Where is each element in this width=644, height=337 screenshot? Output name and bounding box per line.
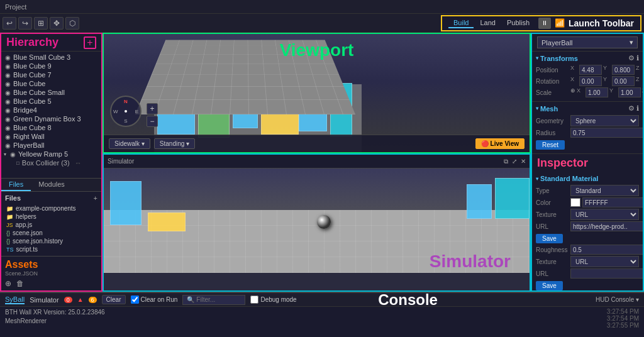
inspector-header: PlayerBall ▾: [532, 34, 643, 52]
simulator-title: Simulator: [108, 158, 134, 165]
list-item[interactable]: ◉Blue Cube 9: [1, 62, 101, 70]
list-item[interactable]: TS script.ts: [5, 245, 97, 253]
files-label: Files: [5, 194, 21, 202]
color-swatch[interactable]: [570, 198, 580, 207]
scale-field: Scale ⊕ X Y Z: [536, 87, 639, 97]
console-search-input[interactable]: [182, 295, 245, 305]
geometry-select[interactable]: Sphere: [570, 115, 639, 126]
tab-build[interactable]: Build: [448, 18, 474, 28]
undo-button[interactable]: ↩: [3, 17, 16, 30]
material-save-button-2[interactable]: Save: [536, 281, 563, 290]
radius-input[interactable]: [570, 128, 644, 138]
list-item[interactable]: ◉Blue Cube 7: [1, 70, 101, 79]
simulator-resize2-button[interactable]: ⤢: [512, 158, 517, 165]
simulator-topbar: Simulator ⧉ ⤢ ✕: [104, 155, 530, 168]
color-hex-input[interactable]: [582, 197, 644, 207]
tab-publish[interactable]: Publish: [502, 18, 535, 28]
hierarchy-title: Hierarchy: [6, 36, 58, 49]
hierarchy-list: ◉Blue Small Cube 3 ◉Blue Cube 9 ◉Blue Cu…: [1, 52, 101, 178]
toolbar: ↩ ↪ ⊞ ✥ ⬡: [3, 17, 79, 30]
entity-dropdown[interactable]: PlayerBall ▾: [537, 36, 638, 48]
console-timestamps: 3:27:54 PM 3:27:54 PM 3:27:55 PM: [607, 308, 639, 336]
mesh-reset-button[interactable]: Reset: [536, 140, 565, 150]
list-item[interactable]: ◉Blue Small Cube 3: [1, 53, 101, 62]
type-field: Type Standard: [536, 185, 639, 196]
roughness-url-input[interactable]: [570, 268, 644, 279]
zoom-in-button[interactable]: +: [147, 103, 158, 114]
list-item[interactable]: ◉Blue Cube 8: [1, 123, 101, 132]
add-file-button[interactable]: +: [94, 194, 97, 202]
scale-y-input[interactable]: [618, 87, 641, 97]
type-select[interactable]: Standard: [570, 185, 639, 196]
roughness-texture-select[interactable]: URL: [570, 256, 639, 267]
list-item[interactable]: {} scene.json.history: [5, 237, 97, 245]
list-item[interactable]: ▾◉Yelloew Ramp 5: [1, 150, 101, 158]
scale-x-input[interactable]: [586, 87, 608, 97]
hud-console-label[interactable]: HUD Console ▾: [596, 296, 639, 303]
tab-land[interactable]: Land: [475, 18, 500, 28]
clear-on-run-checkbox[interactable]: [131, 296, 139, 304]
floor-grid: [135, 40, 355, 114]
center-panel: Viewport ↖ ▶: [103, 33, 531, 292]
compass: N S E W: [110, 96, 142, 127]
rotation-y-input[interactable]: [612, 76, 635, 86]
list-item[interactable]: JS app.js: [5, 221, 97, 229]
project-title: Project: [5, 3, 26, 11]
simulator-close-button[interactable]: ✕: [521, 158, 526, 165]
folder-icon: 📁: [6, 214, 13, 220]
tab-modules[interactable]: Modules: [31, 179, 72, 191]
console-header: SyBall Simulator 0 ▲ 6 Clear Clear on Ru…: [0, 293, 644, 307]
sim-scene[interactable]: [104, 168, 530, 273]
material-save-button-1[interactable]: Save: [536, 234, 563, 243]
texture-type-select[interactable]: URL: [570, 209, 639, 220]
material-section: ▾ Standard Material Type Standard Color …: [532, 172, 643, 292]
list-item[interactable]: ◉Blue Cube: [1, 79, 101, 88]
roughness-input[interactable]: [570, 245, 644, 255]
shape-button[interactable]: ⬡: [65, 17, 79, 30]
transforms-title[interactable]: ▾ Transforms: [536, 55, 578, 62]
simulator-resize-button[interactable]: ⧉: [504, 158, 508, 165]
move-button[interactable]: ✥: [50, 17, 64, 30]
list-item[interactable]: 📁 helpers: [5, 213, 97, 221]
mesh-settings-icon[interactable]: ⚙ ℹ: [628, 104, 639, 113]
tab-files[interactable]: Files: [1, 179, 31, 191]
assets-subtitle: Scene.JSON: [5, 270, 97, 277]
list-item[interactable]: ◉Right Wall: [1, 132, 101, 141]
list-item[interactable]: ◉Blue Cube Small: [1, 88, 101, 97]
simulator-area: Simulator ⧉ ⤢ ✕ Simulator: [103, 153, 531, 292]
ts-icon: TS: [6, 246, 14, 253]
error-badge: 0: [64, 297, 72, 303]
list-item[interactable]: ◉PlayerBall: [1, 141, 101, 150]
add-hierarchy-button[interactable]: +: [84, 36, 96, 49]
mesh-header: ▾ Mesh ⚙ ℹ: [536, 104, 639, 113]
transforms-settings-icon[interactable]: ⚙ ℹ: [628, 54, 639, 62]
material-title[interactable]: ▾ Standard Material: [536, 175, 598, 182]
debug-mode-checkbox[interactable]: [250, 296, 258, 304]
pause-button[interactable]: ⏸: [538, 18, 551, 29]
list-item[interactable]: ◉Green Dynamic Box 3: [1, 114, 101, 123]
transforms-section: ▾ Transforms ⚙ ℹ Position X Y Z Rotation: [532, 52, 643, 102]
rotation-x-input[interactable]: [579, 76, 602, 86]
list-item[interactable]: □Box Collider (3)↔: [1, 158, 101, 167]
list-item[interactable]: 📁 example-components: [5, 204, 97, 213]
zoom-out-button[interactable]: −: [147, 116, 158, 127]
asset-delete-button[interactable]: 🗑: [16, 279, 24, 288]
list-item[interactable]: ◉Bridge4: [1, 106, 101, 114]
tab-syball[interactable]: SyBall: [5, 296, 25, 304]
redo-button[interactable]: ↪: [18, 17, 32, 30]
tab-simulator[interactable]: Simulator: [30, 296, 58, 304]
texture-url-input[interactable]: [570, 221, 644, 231]
list-item[interactable]: ◉Blue Cube 5: [1, 97, 101, 106]
standing-button[interactable]: Standing ▾: [154, 138, 195, 149]
mesh-title[interactable]: ▾ Mesh: [536, 105, 558, 113]
sidewalk-button[interactable]: Sidewalk ▾: [109, 138, 150, 149]
geometry-field: Geometry Sphere: [536, 115, 639, 126]
list-item[interactable]: {} scene.json: [5, 229, 97, 237]
position-y-input[interactable]: [612, 65, 635, 75]
position-x-input[interactable]: [579, 65, 602, 75]
grid-button[interactable]: ⊞: [34, 17, 48, 30]
left-panel: Hierarchy + ◉Blue Small Cube 3 ◉Blue Cub…: [0, 33, 103, 292]
clear-console-button[interactable]: Clear: [102, 295, 126, 304]
live-view-button[interactable]: 🔴 Live View: [475, 138, 525, 149]
asset-action-button[interactable]: ⊕: [5, 279, 11, 288]
